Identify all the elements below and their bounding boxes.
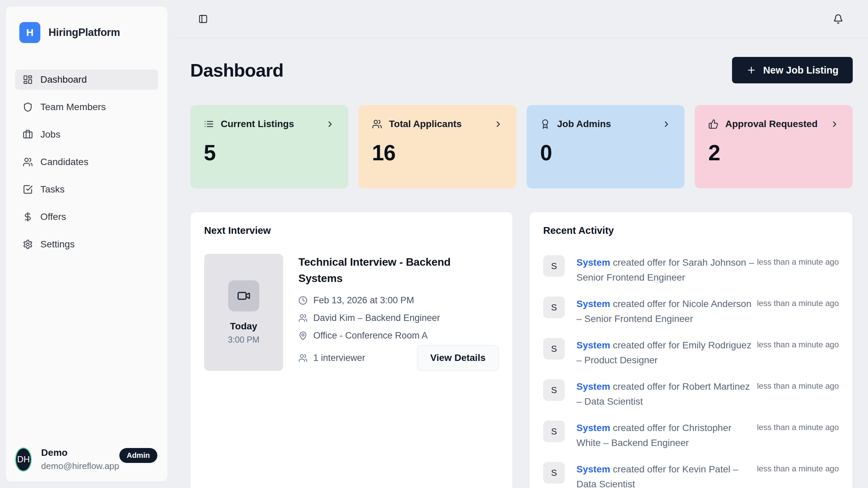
app-logo: H HiringPlatform: [19, 22, 155, 43]
users-icon: [298, 353, 308, 363]
activity-timestamp: less than a minute ago: [757, 297, 839, 308]
view-details-button[interactable]: View Details: [417, 345, 499, 371]
stat-value: 5: [204, 140, 335, 165]
activity-list: S System created offer for Sarah Johnson…: [543, 255, 839, 488]
briefcase-icon: [23, 129, 33, 140]
activity-item: S System created offer for Kevin Patel –…: [543, 462, 839, 488]
users-icon: [372, 119, 382, 129]
activity-avatar: S: [543, 338, 565, 360]
page-title: Dashboard: [190, 60, 283, 81]
activity-item: S System created offer for Nicole Anders…: [543, 297, 839, 326]
bell-icon: [833, 14, 843, 24]
activity-avatar: S: [543, 379, 565, 401]
sidebar-item-candidates[interactable]: Candidates: [15, 152, 158, 172]
chevron-right-icon: [494, 120, 503, 129]
sidebar-item-label: Dashboard: [40, 74, 87, 85]
new-job-listing-button[interactable]: New Job Listing: [732, 57, 853, 83]
chevron-right-icon: [830, 120, 839, 129]
topbar: [173, 0, 868, 38]
stat-card-total-applicants[interactable]: Total Applicants 16: [358, 105, 516, 188]
chevron-right-icon: [662, 120, 671, 129]
activity-actor-link[interactable]: System: [576, 299, 610, 309]
sidebar: H HiringPlatform Dashboard Team Members: [5, 6, 168, 482]
activity-text: System created offer for Kevin Patel – D…: [576, 462, 754, 488]
check-square-icon: [23, 184, 33, 195]
notifications-button[interactable]: [831, 12, 846, 26]
sidebar-item-jobs[interactable]: Jobs: [15, 124, 158, 145]
sidebar-item-settings[interactable]: Settings: [15, 234, 158, 255]
users-icon: [23, 157, 33, 167]
shield-icon: [23, 102, 33, 112]
activity-avatar: S: [543, 421, 565, 442]
interviewer-count: 1 interviewer: [298, 353, 365, 363]
sidebar-item-offers[interactable]: Offers: [15, 207, 158, 227]
gear-icon: [23, 239, 33, 249]
list-icon: [204, 119, 214, 129]
activity-timestamp: less than a minute ago: [757, 462, 839, 473]
activity-avatar: S: [543, 462, 565, 484]
users-icon: [298, 313, 308, 323]
activity-timestamp: less than a minute ago: [757, 338, 839, 349]
activity-actor-link[interactable]: System: [576, 257, 610, 268]
stat-card-job-admins[interactable]: Job Admins 0: [527, 105, 685, 188]
stat-card-approval-requested[interactable]: Approval Requested 2: [695, 105, 853, 188]
hiring-platform-app: H HiringPlatform Dashboard Team Members: [0, 0, 868, 488]
sidebar-item-label: Jobs: [40, 129, 60, 140]
chevron-right-icon: [326, 120, 335, 129]
activity-actor-link[interactable]: System: [576, 423, 610, 433]
stat-value: 0: [540, 140, 671, 165]
recent-activity-heading: Recent Activity: [543, 225, 839, 236]
award-icon: [540, 119, 550, 129]
sidebar-item-label: Settings: [40, 239, 75, 250]
main-content: Dashboard New Job Listing Current Listin…: [173, 38, 868, 488]
thumbs-up-icon: [708, 119, 718, 129]
activity-item: S System created offer for Sarah Johnson…: [543, 255, 839, 285]
activity-text: System created offer for Nicole Anderson…: [576, 297, 754, 326]
clock-icon: [298, 296, 308, 305]
stat-label: Current Listings: [221, 119, 294, 129]
video-camera-icon: [228, 280, 259, 311]
sidebar-item-label: Candidates: [40, 157, 88, 167]
sidebar-item-label: Tasks: [40, 184, 65, 195]
app-logo-icon: H: [19, 22, 40, 43]
dashboard-grid-icon: [23, 75, 33, 85]
activity-text: System created offer for Christopher Whi…: [576, 421, 754, 450]
user-email: demo@hireflow.app: [41, 461, 119, 471]
stat-label: Total Applicants: [389, 119, 462, 129]
stat-label: Approval Requested: [725, 119, 817, 129]
user-avatar: DH: [16, 448, 31, 471]
dollar-icon: [23, 212, 33, 222]
sidebar-item-dashboard[interactable]: Dashboard: [15, 69, 158, 90]
sidebar-item-team-members[interactable]: Team Members: [15, 97, 158, 117]
interview-location-row: Office - Conference Room A: [298, 330, 499, 341]
interview-interviewer-row: David Kim – Backend Engineer: [298, 313, 499, 323]
activity-actor-link[interactable]: System: [576, 340, 610, 350]
activity-timestamp: less than a minute ago: [757, 379, 839, 391]
activity-actor-link[interactable]: System: [576, 381, 610, 392]
recent-activity-panel: Recent Activity S System created offer f…: [529, 212, 853, 488]
interview-thumbnail: Today 3:00 PM: [204, 254, 283, 371]
map-pin-icon: [298, 331, 308, 340]
interview-title: Technical Interview - Backend Systems: [298, 254, 488, 286]
sidebar-item-label: Team Members: [40, 102, 106, 113]
sidebar-item-label: Offers: [40, 211, 66, 222]
activity-avatar: S: [543, 255, 565, 277]
stat-card-current-listings[interactable]: Current Listings 5: [190, 105, 348, 188]
activity-timestamp: less than a minute ago: [757, 421, 839, 432]
activity-avatar: S: [543, 297, 565, 318]
next-interview-panel: Next Interview Today 3:00 PM Technical I…: [190, 212, 513, 488]
activity-timestamp: less than a minute ago: [757, 255, 839, 267]
stats-row: Current Listings 5 Total Applicants: [190, 105, 853, 188]
activity-text: System created offer for Emily Rodriguez…: [576, 338, 754, 368]
stat-label: Job Admins: [557, 119, 611, 129]
stat-value: 2: [708, 140, 839, 165]
app-name: HiringPlatform: [48, 26, 120, 39]
sidebar-item-tasks[interactable]: Tasks: [15, 179, 158, 200]
next-interview-heading: Next Interview: [204, 225, 499, 236]
user-name: Demo: [41, 447, 119, 458]
sidebar-toggle-button[interactable]: [196, 12, 211, 26]
activity-actor-link[interactable]: System: [576, 464, 610, 474]
activity-item: S System created offer for Robert Martin…: [543, 379, 839, 409]
user-profile: DH Demo demo@hireflow.app Admin: [16, 447, 157, 471]
interview-datetime-row: Feb 13, 2026 at 3:00 PM: [298, 295, 499, 306]
